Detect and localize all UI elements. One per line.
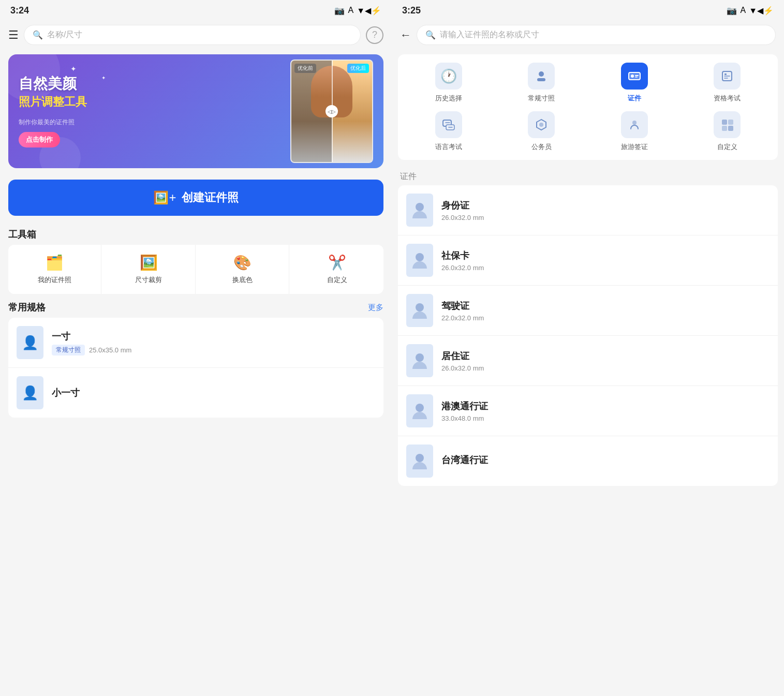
signal-wifi-battery: ▼◀⚡ [357,6,381,16]
search-input-right[interactable]: 🔍 请输入证件照的名称或尺寸 [417,25,776,45]
svg-rect-6 [635,77,638,78]
id-item-1[interactable]: 社保卡 26.0x32.0 mm [398,235,778,286]
id-item-3[interactable]: 居住证 26.0x32.0 mm [398,336,778,386]
svg-rect-16 [728,126,733,131]
menu-icon[interactable]: ☰ [8,28,19,42]
cat-civil-icon [528,111,555,138]
cat-civil[interactable]: 公务员 [499,111,584,152]
divider-handle: ◁▷ [326,105,338,117]
cat-visa[interactable]: 旅游签证 [592,111,677,152]
svg-rect-13 [722,120,727,125]
create-btn[interactable]: 🖼️+ 创建证件照 [8,180,383,216]
id-info-1: 社保卡 26.0x32.0 mm [441,249,770,272]
cat-history[interactable]: 🕐 历史选择 [406,63,491,103]
id-size-0: 26.0x32.0 mm [441,214,770,221]
banner-title-line2: 照片调整工具 [19,94,270,110]
help-icon[interactable]: ? [366,26,383,44]
banner-btn[interactable]: 点击制作 [19,132,60,147]
svg-point-12 [632,121,637,125]
banner-desc: 制作你最美的证件照 [19,118,270,127]
search-icon-right: 🔍 [425,30,436,40]
cat-regular[interactable]: 常规寸照 [499,63,584,103]
id-item-5[interactable]: 台湾通行证 [398,436,778,486]
spec-tags-0: 常规寸照 25.0x35.0 mm [52,345,375,356]
id-list: 身份证 26.0x32.0 mm 社保卡 26.0x32.0 mm 驾驶证 [398,185,778,486]
svg-rect-2 [629,72,640,80]
tool-label-2: 换底色 [232,275,253,285]
search-placeholder-right: 请输入证件照的名称或尺寸 [440,29,539,40]
left-phone: 3:24 📷 A ▼◀⚡ ☰ 🔍 名称/尺寸 ? ✦ ✦ [0,0,392,696]
spec-info-0: 一寸 常规寸照 25.0x35.0 mm [52,330,375,356]
section-label: 证件 [392,165,784,185]
toolbox-grid: 🗂️ 我的证件照 🖼️ 尺寸裁剪 🎨 换底色 ✂️ 自定义 [8,245,383,294]
more-link[interactable]: 更多 [368,303,383,313]
id-name-1: 社保卡 [441,249,770,262]
spec-avatar-0: 👤 [17,326,43,359]
crop-icon: 🖼️ [140,254,158,271]
spec-item-0[interactable]: 👤 一寸 常规寸照 25.0x35.0 mm [8,318,383,368]
create-btn-icon: 🖼️+ [153,190,176,205]
id-item-2[interactable]: 驾驶证 22.0x32.0 mm [398,286,778,336]
svg-point-17 [416,203,424,211]
cat-history-icon: 🕐 [435,63,462,90]
toolbox-title: 工具箱 [0,222,392,245]
id-info-3: 居住证 26.0x32.0 mm [441,350,770,372]
id-name-4: 港澳通行证 [441,400,770,412]
cat-id[interactable]: 证件 [592,63,677,103]
cat-lang[interactable]: 语言考试 [406,111,491,152]
id-avatar-3 [406,344,433,377]
cat-custom-icon [714,111,741,138]
back-btn[interactable]: ← [400,28,411,42]
svg-rect-15 [728,120,733,125]
right-phone: 3:25 📷 A ▼◀⚡ ← 🔍 请输入证件照的名称或尺寸 🕐 历史选择 [392,0,784,696]
svg-point-20 [416,353,424,362]
tool-label-1: 尺寸裁剪 [135,275,162,285]
id-size-2: 22.0x32.0 mm [441,314,770,322]
id-item-0[interactable]: 身份证 26.0x32.0 mm [398,185,778,235]
search-input-left[interactable]: 🔍 名称/尺寸 [24,25,361,45]
cat-custom[interactable]: 自定义 [685,111,770,152]
tool-custom[interactable]: ✂️ 自定义 [290,245,383,294]
cat-exam[interactable]: 资格考试 [685,63,770,103]
id-size-3: 26.0x32.0 mm [441,364,770,372]
before-after-photo: ◁▷ 优化前 优化后 [290,60,373,163]
spec-name-0: 一寸 [52,330,375,343]
spec-item-1[interactable]: 👤 小一寸 [8,368,383,418]
id-avatar-2 [406,294,433,327]
svg-point-21 [416,404,424,412]
tool-label-0: 我的证件照 [38,275,71,285]
cat-exam-icon [714,63,741,90]
spec-avatar-1: 👤 [17,376,43,409]
svg-rect-1 [537,78,545,81]
cat-lang-icon [435,111,462,138]
id-avatar-4 [406,394,433,427]
cat-custom-label: 自定义 [717,142,737,152]
search-bar-right: ← 🔍 请输入证件照的名称或尺寸 [392,21,784,49]
banner-right: ◁▷ 优化前 优化后 [280,54,383,168]
banner-left: ✦ ✦ 自然美颜 照片调整工具 制作你最美的证件照 点击制作 [8,54,280,168]
id-size-1: 26.0x32.0 mm [441,264,770,272]
keyboard-icon-r: A [740,6,746,15]
cat-id-icon [621,63,648,90]
status-bar-left: 3:24 📷 A ▼◀⚡ [0,0,392,21]
id-item-4[interactable]: 港澳通行证 33.0x48.0 mm [398,386,778,436]
spec-info-1: 小一寸 [52,387,375,399]
person-icon-1: 👤 [22,385,38,401]
tool-my-photos[interactable]: 🗂️ 我的证件照 [8,245,101,294]
cat-regular-label: 常规寸照 [528,94,555,103]
id-avatar-5 [406,445,433,478]
status-bar-right: 3:25 📷 A ▼◀⚡ [392,0,784,21]
banner[interactable]: ✦ ✦ 自然美颜 照片调整工具 制作你最美的证件照 点击制作 ◁▷ 优化前 优化… [8,54,383,168]
svg-point-18 [416,253,424,261]
time-left: 3:24 [10,5,29,16]
svg-point-19 [416,303,424,312]
before-label: 优化前 [294,64,316,73]
custom-icon: ✂️ [328,254,346,271]
tool-crop[interactable]: 🖼️ 尺寸裁剪 [102,245,196,294]
cat-id-label: 证件 [628,94,641,103]
keyboard-icon: A [348,6,353,15]
id-info-4: 港澳通行证 33.0x48.0 mm [441,400,770,422]
search-bar-left: ☰ 🔍 名称/尺寸 ? [0,21,392,49]
photo-icon-r: 📷 [727,6,737,16]
tool-bg-color[interactable]: 🎨 换底色 [197,245,290,294]
